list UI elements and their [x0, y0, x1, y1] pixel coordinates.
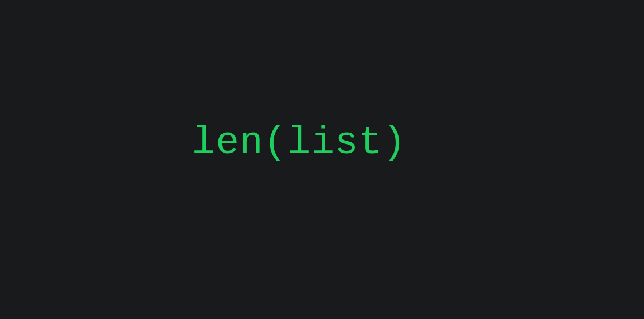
code-snippet: len(list): [192, 120, 406, 165]
